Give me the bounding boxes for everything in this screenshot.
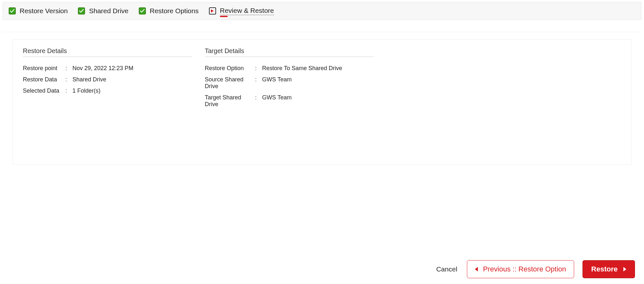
review-card: Restore Details Restore point : Nov 29, … [12,39,632,165]
detail-row: Restore point : Nov 29, 2022 12:23 PM [23,63,192,74]
cancel-button[interactable]: Cancel [435,262,459,276]
step-restore-options[interactable]: Restore Options [139,7,199,15]
detail-value: GWS Team [262,94,374,101]
detail-value: 1 Folder(s) [72,87,192,94]
check-icon [9,7,16,14]
check-icon [78,7,85,14]
detail-row: Source Shared Drive : GWS Team [205,74,374,92]
previous-button[interactable]: Previous :: Restore Option [467,260,574,278]
detail-value: GWS Team [262,76,374,83]
section-title: Target Details [205,47,374,57]
detail-key: Restore point [23,65,65,72]
step-review-restore[interactable]: Review & Restore [209,7,274,15]
play-icon [209,7,216,14]
wizard-stepper: Restore Version Shared Drive Restore Opt… [3,2,641,20]
detail-row: Restore Data : Shared Drive [23,74,192,85]
detail-key: Source Shared Drive [205,76,255,90]
restore-button[interactable]: Restore [582,260,635,278]
step-label: Review & Restore [220,7,274,15]
step-restore-version[interactable]: Restore Version [9,7,68,15]
wizard-footer: Cancel Previous :: Restore Option Restor… [435,260,635,278]
target-details-section: Target Details Restore Option : Restore … [205,47,374,110]
step-shared-drive[interactable]: Shared Drive [78,7,128,15]
chevron-right-icon [623,267,626,271]
step-label: Restore Options [150,7,199,15]
detail-row: Selected Data : 1 Folder(s) [23,85,192,96]
button-label: Previous :: Restore Option [483,265,566,273]
chevron-left-icon [475,267,478,271]
step-label: Shared Drive [89,7,128,15]
section-title: Restore Details [23,47,192,57]
detail-key: Restore Data [23,76,65,83]
detail-value: Nov 29, 2022 12:23 PM [72,65,192,72]
detail-value: Restore To Same Shared Drive [262,65,374,72]
step-label: Restore Version [20,7,68,15]
button-label: Restore [591,265,618,273]
detail-key: Selected Data [23,87,65,94]
restore-details-section: Restore Details Restore point : Nov 29, … [23,47,192,110]
detail-key: Restore Option [205,65,255,72]
detail-value: Shared Drive [72,76,192,83]
check-icon [139,7,146,14]
detail-row: Restore Option : Restore To Same Shared … [205,63,374,74]
detail-row: Target Shared Drive : GWS Team [205,92,374,110]
button-label: Cancel [436,265,457,273]
detail-key: Target Shared Drive [205,94,255,108]
